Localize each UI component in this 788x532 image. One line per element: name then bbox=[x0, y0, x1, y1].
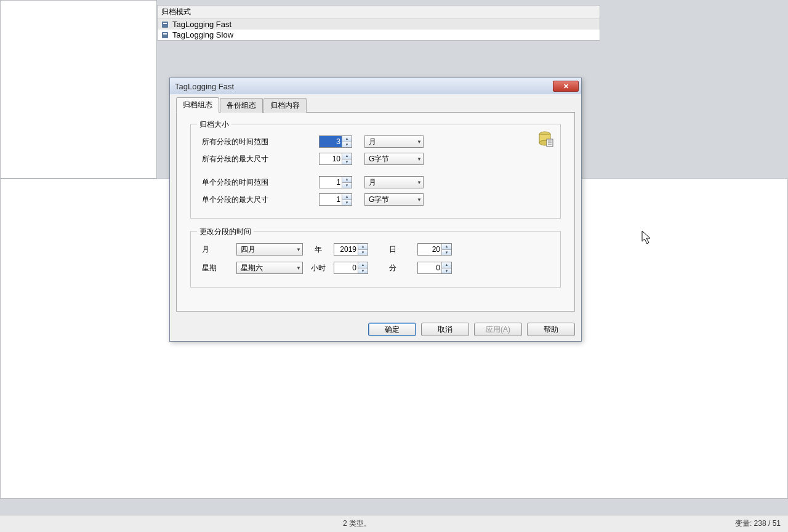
archive-size-group: 归档大小 所有分段的时间范围 ▲▼ 月▼ 所有分段的最大尺寸 bbox=[190, 124, 561, 219]
all-range-label: 所有分段的时间范围 bbox=[202, 137, 319, 147]
spin-down-icon[interactable]: ▼ bbox=[358, 268, 368, 274]
spinner-buttons[interactable]: ▲▼ bbox=[342, 177, 352, 188]
spinner-buttons[interactable]: ▲▼ bbox=[358, 262, 368, 273]
weekday-combo[interactable]: 星期六▼ bbox=[236, 262, 303, 274]
chevron-down-icon: ▼ bbox=[417, 197, 422, 203]
single-range-unit[interactable]: 月▼ bbox=[364, 176, 424, 188]
spin-up-icon[interactable]: ▲ bbox=[342, 177, 352, 183]
tab-archive-config[interactable]: 归档组态 bbox=[176, 97, 219, 113]
spin-down-icon[interactable]: ▼ bbox=[442, 268, 451, 274]
chevron-down-icon: ▼ bbox=[296, 247, 301, 252]
archive-item-fast[interactable]: TagLogging Fast bbox=[158, 19, 600, 30]
cancel-button[interactable]: 取消 bbox=[421, 323, 469, 336]
single-max-value[interactable] bbox=[320, 194, 342, 205]
archive-item-label: TagLogging Fast bbox=[172, 20, 231, 29]
month-label: 月 bbox=[202, 244, 230, 255]
day-input[interactable]: ▲▼ bbox=[417, 243, 452, 256]
archive-item-slow[interactable]: TagLogging Slow bbox=[158, 30, 600, 40]
spinner-buttons[interactable]: ▲▼ bbox=[441, 262, 451, 273]
tab-archive-content[interactable]: 归档内容 bbox=[263, 98, 307, 113]
change-time-title: 更改分段的时间 bbox=[197, 227, 254, 237]
chevron-down-icon: ▼ bbox=[417, 139, 422, 145]
database-icon bbox=[161, 20, 170, 29]
hour-input[interactable]: ▲▼ bbox=[334, 262, 368, 274]
spinner-buttons[interactable]: ▲▼ bbox=[441, 244, 451, 255]
ok-button[interactable]: 确定 bbox=[368, 323, 416, 336]
taglogging-dialog: TagLogging Fast ✕ 归档组态 备份组态 归档内容 归档大小 所有… bbox=[169, 78, 582, 342]
close-button[interactable]: ✕ bbox=[553, 81, 579, 92]
chevron-down-icon: ▼ bbox=[417, 180, 422, 185]
spin-up-icon[interactable]: ▲ bbox=[342, 153, 352, 159]
status-message: 2 类型。 bbox=[0, 518, 714, 529]
day-label: 日 bbox=[374, 244, 411, 255]
left-panel bbox=[0, 0, 157, 179]
single-range-label: 单个分段的时间范围 bbox=[202, 177, 319, 188]
all-range-unit[interactable]: 月▼ bbox=[364, 135, 424, 148]
change-time-group: 更改分段的时间 月 四月▼ 年 ▲▼ 日 ▲▼ bbox=[190, 231, 561, 288]
all-range-input[interactable]: ▲▼ bbox=[319, 135, 352, 148]
archive-item-label: TagLogging Slow bbox=[172, 30, 233, 39]
dialog-title: TagLogging Fast bbox=[175, 82, 234, 91]
spinner-buttons[interactable]: ▲▼ bbox=[342, 136, 352, 147]
year-label: 年 bbox=[309, 244, 328, 255]
tab-backup-config[interactable]: 备份组态 bbox=[220, 98, 263, 113]
svg-rect-3 bbox=[163, 33, 167, 34]
single-max-unit[interactable]: G字节▼ bbox=[364, 193, 424, 206]
minute-input[interactable]: ▲▼ bbox=[417, 262, 452, 274]
weekday-label: 星期 bbox=[202, 263, 230, 273]
single-max-input[interactable]: ▲▼ bbox=[319, 193, 352, 206]
status-bar: 2 类型。 变量: 238 / 51 bbox=[0, 515, 788, 532]
single-range-input[interactable]: ▲▼ bbox=[319, 176, 352, 188]
svg-rect-1 bbox=[163, 23, 167, 24]
archive-mode-panel: 归档模式 TagLogging Fast TagLogging Slow bbox=[157, 5, 600, 41]
svg-rect-0 bbox=[162, 22, 168, 28]
spinner-buttons[interactable]: ▲▼ bbox=[342, 153, 352, 164]
spin-down-icon[interactable]: ▼ bbox=[342, 183, 352, 188]
spin-down-icon[interactable]: ▼ bbox=[342, 142, 352, 148]
database-icon bbox=[161, 31, 170, 39]
svg-rect-2 bbox=[162, 32, 168, 38]
minute-label: 分 bbox=[374, 263, 411, 273]
dialog-titlebar[interactable]: TagLogging Fast ✕ bbox=[170, 78, 581, 94]
spin-down-icon[interactable]: ▼ bbox=[442, 250, 451, 256]
help-button[interactable]: 帮助 bbox=[527, 323, 575, 336]
single-max-label: 单个分段的最大尺寸 bbox=[202, 195, 319, 205]
all-range-value[interactable] bbox=[320, 136, 342, 147]
spin-up-icon[interactable]: ▲ bbox=[442, 262, 451, 268]
spin-down-icon[interactable]: ▼ bbox=[342, 159, 352, 165]
chevron-down-icon: ▼ bbox=[417, 156, 422, 162]
single-range-value[interactable] bbox=[320, 177, 342, 188]
spin-up-icon[interactable]: ▲ bbox=[442, 244, 451, 250]
all-max-unit[interactable]: G字节▼ bbox=[364, 153, 424, 165]
spin-down-icon[interactable]: ▼ bbox=[342, 200, 352, 206]
all-max-value[interactable] bbox=[320, 153, 342, 164]
all-max-input[interactable]: ▲▼ bbox=[319, 153, 352, 165]
dialog-button-bar: 确定 取消 应用(A) 帮助 bbox=[170, 318, 581, 341]
year-input[interactable]: ▲▼ bbox=[334, 243, 368, 256]
archive-size-title: 归档大小 bbox=[197, 119, 231, 130]
archive-properties-icon[interactable] bbox=[538, 131, 554, 150]
hour-label: 小时 bbox=[309, 263, 328, 273]
spin-up-icon[interactable]: ▲ bbox=[342, 194, 352, 200]
apply-button[interactable]: 应用(A) bbox=[474, 323, 522, 336]
all-max-label: 所有分段的最大尺寸 bbox=[202, 154, 319, 164]
spinner-buttons[interactable]: ▲▼ bbox=[358, 244, 368, 255]
tab-strip: 归档组态 备份组态 归档内容 bbox=[176, 99, 575, 113]
spin-up-icon[interactable]: ▲ bbox=[358, 262, 368, 268]
spinner-buttons[interactable]: ▲▼ bbox=[342, 194, 352, 205]
month-combo[interactable]: 四月▼ bbox=[236, 243, 303, 256]
spin-up-icon[interactable]: ▲ bbox=[342, 136, 352, 142]
spin-down-icon[interactable]: ▼ bbox=[358, 250, 368, 256]
close-icon: ✕ bbox=[563, 83, 569, 91]
tab-page-archive-config: 归档大小 所有分段的时间范围 ▲▼ 月▼ 所有分段的最大尺寸 bbox=[176, 113, 575, 312]
status-variable-count: 变量: 238 / 51 bbox=[714, 518, 788, 529]
archive-mode-header: 归档模式 bbox=[158, 6, 600, 19]
spin-up-icon[interactable]: ▲ bbox=[358, 244, 368, 250]
chevron-down-icon: ▼ bbox=[296, 265, 301, 271]
